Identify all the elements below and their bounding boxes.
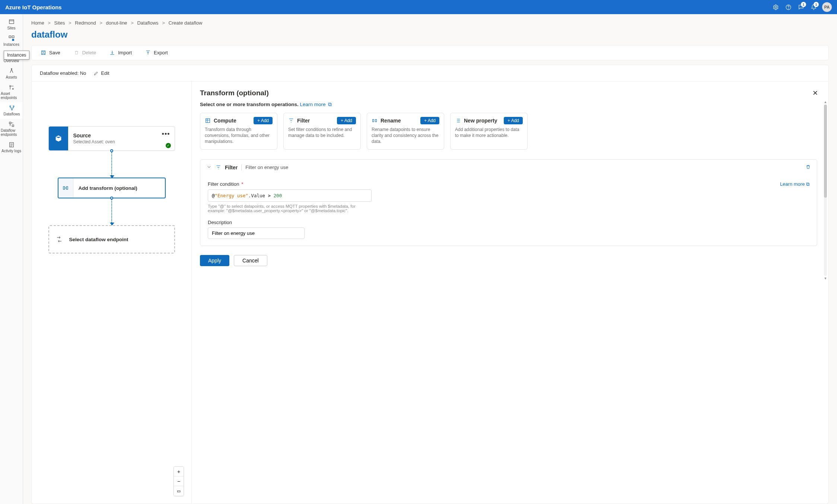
cancel-button[interactable]: Cancel: [234, 255, 267, 266]
delete-button: Delete: [74, 50, 96, 55]
sidenav-item-asset-endpoints[interactable]: Asset endpoints: [0, 82, 23, 102]
add-rename-button[interactable]: + Add: [420, 117, 439, 124]
sidenav-label: Dataflows: [4, 112, 20, 116]
sidenav-label: Sites: [7, 26, 15, 30]
breadcrumb-home[interactable]: Home: [31, 20, 44, 26]
breadcrumb-dataflows[interactable]: Dataflows: [137, 20, 158, 26]
condition-hint: Type "@" to select datapoints, or access…: [208, 204, 372, 213]
svg-rect-16: [9, 122, 11, 124]
sidenav-item-activity-logs[interactable]: Activity logs: [0, 139, 23, 156]
scrollbar[interactable]: ▲ ▼: [823, 100, 828, 280]
notifications-icon[interactable]: 1: [807, 1, 820, 13]
settings-icon[interactable]: [769, 1, 782, 13]
source-node[interactable]: Source Selected Asset: oven •••: [48, 126, 175, 151]
svg-rect-4: [9, 36, 11, 38]
learn-more-condition[interactable]: Learn more ⧉: [780, 181, 809, 187]
panel-subheading: Select one or more transform operations.: [200, 102, 299, 107]
sidenav-label: Assets: [6, 75, 17, 79]
external-link-icon: ⧉: [328, 102, 332, 108]
sidenav-item-instances[interactable]: Instances: [0, 33, 23, 49]
cube-icon: [49, 127, 68, 150]
delete-icon[interactable]: [805, 164, 811, 171]
svg-point-2: [788, 8, 789, 9]
more-icon[interactable]: •••: [162, 130, 170, 138]
pencil-icon: [93, 71, 99, 76]
transform-node[interactable]: Add transform (optional): [58, 178, 166, 198]
op-title: Rename: [381, 118, 401, 124]
learn-more-link[interactable]: Learn more ⧉: [300, 102, 332, 107]
applied-desc: Filter on energy use: [245, 165, 288, 170]
sidenav-item-assets[interactable]: Assets: [0, 66, 23, 82]
op-title: Compute: [214, 118, 236, 124]
sidenav-item-sites[interactable]: Sites: [0, 16, 23, 33]
sidenav-item-dataflows[interactable]: Dataflows: [0, 102, 23, 119]
list-icon: [455, 118, 461, 124]
add-filter-button[interactable]: + Add: [337, 117, 356, 124]
op-desc: Add additional properties to data to mak…: [455, 127, 523, 138]
import-button[interactable]: Import: [109, 50, 132, 55]
op-desc: Rename datapoints to ensure clarity and …: [372, 127, 439, 145]
svg-point-10: [11, 68, 12, 69]
zoom-fit-button[interactable]: ▭: [174, 486, 184, 496]
chevron-down-icon[interactable]: [206, 164, 212, 171]
page-title: dataflow: [31, 29, 829, 40]
sidenav-item-dataflow-endpoints[interactable]: Dataflow endpoints: [0, 119, 23, 139]
applied-filter-panel: Filter Filter on energy use Filter condi…: [200, 159, 817, 246]
endpoint-label: Select dataflow endpoint: [69, 237, 128, 242]
save-button[interactable]: Save: [41, 50, 60, 55]
sidenav: Sites Instances Overview Assets Asset en…: [0, 14, 23, 504]
add-compute-button[interactable]: + Add: [254, 117, 273, 124]
add-newprop-button[interactable]: + Add: [504, 117, 523, 124]
transform-label: Add transform (optional): [73, 185, 143, 191]
endpoint-node[interactable]: Select dataflow endpoint: [48, 225, 175, 253]
toolbar: Save Delete Import Export: [31, 45, 829, 60]
svg-rect-5: [12, 36, 14, 38]
sidenav-tooltip: Instances: [4, 51, 29, 60]
enabled-label: Dataflow enabled:: [40, 70, 79, 76]
breadcrumb-sites[interactable]: Sites: [54, 20, 65, 26]
op-card-compute: Compute + Add Transform data through con…: [200, 113, 277, 150]
breadcrumb: Home > Sites > Redmond > donut-line > Da…: [31, 14, 829, 29]
status-bar: Dataflow enabled: No Edit: [31, 65, 829, 82]
right-pane: Transform (optional) ✕ Select one or mor…: [192, 82, 828, 504]
rename-icon: [372, 118, 378, 124]
avatar[interactable]: PA: [822, 2, 832, 12]
apply-button[interactable]: Apply: [200, 255, 229, 266]
svg-point-12: [12, 88, 13, 89]
canvas-pane[interactable]: Source Selected Asset: oven •••: [32, 82, 192, 504]
brand: Azure IoT Operations: [5, 4, 62, 10]
export-button[interactable]: Export: [145, 50, 168, 55]
svg-rect-3: [9, 20, 14, 24]
sidenav-label: Activity logs: [1, 149, 21, 153]
compute-icon: [205, 118, 211, 124]
op-card-filter: Filter + Add Set filter conditions to re…: [283, 113, 361, 150]
main: Home > Sites > Redmond > donut-line > Da…: [23, 14, 837, 504]
feedback-icon[interactable]: 1: [795, 1, 807, 13]
breadcrumb-donut-line[interactable]: donut-line: [106, 20, 127, 26]
svg-rect-23: [373, 119, 374, 122]
svg-rect-17: [12, 125, 14, 127]
desc-label: Description: [208, 220, 809, 225]
description-input[interactable]: [208, 227, 305, 239]
op-title: New property: [464, 118, 497, 124]
sidenav-label: Dataflow endpoints: [1, 128, 22, 137]
external-link-icon: ⧉: [806, 181, 809, 187]
close-icon[interactable]: ✕: [812, 89, 818, 97]
transform-icon: [58, 178, 73, 198]
svg-point-13: [10, 106, 11, 107]
condition-input[interactable]: @"Energy use".Value > 200: [208, 189, 372, 202]
svg-rect-6: [12, 39, 14, 41]
breadcrumb-redmond[interactable]: Redmond: [75, 20, 96, 26]
sidenav-label: Asset endpoints: [1, 92, 22, 100]
zoom-out-button[interactable]: −: [174, 476, 184, 486]
svg-point-15: [11, 109, 12, 110]
filter-icon: [216, 165, 221, 170]
edit-link[interactable]: Edit: [93, 70, 109, 76]
panel-heading: Transform (optional): [200, 89, 817, 97]
zoom-in-button[interactable]: +: [174, 467, 184, 476]
svg-rect-21: [66, 186, 68, 189]
help-icon[interactable]: [782, 1, 795, 13]
zoom-controls: + − ▭: [174, 466, 184, 496]
svg-rect-19: [42, 51, 45, 55]
op-card-rename: Rename + Add Rename datapoints to ensure…: [367, 113, 444, 150]
